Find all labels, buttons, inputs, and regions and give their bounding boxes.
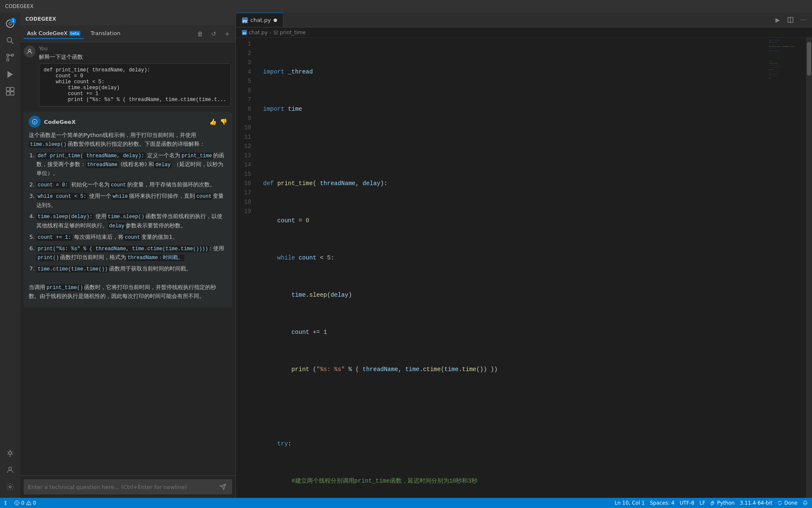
activity-account[interactable] [3, 462, 18, 478]
split-editor-button[interactable] [785, 14, 796, 25]
branch-icon [4, 500, 9, 505]
app-title: CODEGEEX [5, 3, 33, 9]
inline-code: while [111, 193, 129, 200]
activity-source-control[interactable] [3, 50, 18, 65]
line-ending-label: LF [700, 500, 705, 506]
editor-tabs: py chat.py ▶ ··· [236, 13, 812, 27]
ai-intro: 这个函数是一个简单的Python线程示例，用于打印当前时间，并使用time.sl… [29, 131, 227, 149]
sidebar-header: CODEGEEX [20, 13, 236, 25]
tab-translation[interactable]: Translation [87, 28, 124, 39]
chat-input[interactable] [28, 484, 218, 490]
python-icon [710, 500, 716, 505]
refresh-button[interactable]: ↺ [208, 29, 219, 39]
code-line-3 [257, 142, 768, 151]
tab-ask-label: Ask CodeGeeX [27, 30, 68, 36]
thumbs-up-button[interactable]: 👍 [209, 118, 217, 125]
svg-line-20 [11, 454, 13, 455]
activity-bar: G 1 [0, 13, 20, 498]
tab-ask-beta: beta [69, 31, 80, 36]
breadcrumb-file: chat.py [249, 30, 268, 36]
code-editor: 12345 678910 1112131415 16171819 import … [236, 38, 812, 498]
tab-ask-codegeeex[interactable]: Ask CodeGeeX beta [24, 28, 84, 39]
editor-tab-chat-py[interactable]: py chat.py [236, 13, 283, 27]
tab-filename: chat.py [250, 17, 271, 23]
inline-code: delay [108, 223, 126, 229]
line-numbers: 12345 678910 1112131415 16171819 [236, 38, 257, 498]
spaces: Spaces: 4 [650, 500, 675, 506]
svg-marker-9 [8, 71, 13, 78]
svg-rect-11 [11, 87, 14, 91]
activity-settings[interactable] [3, 479, 18, 494]
activity-run[interactable] [3, 67, 18, 82]
line-ending[interactable]: LF [700, 500, 705, 506]
ln-col: Ln 10, Col 1 [614, 500, 645, 506]
code-line-12: #建立两个线程分别调用print_time函数，延迟时间分别为10秒和3秒 [257, 476, 768, 486]
send-button[interactable] [218, 482, 228, 492]
thumbs-down-button[interactable]: 👎 [220, 118, 227, 125]
done-label: Done [784, 500, 798, 506]
sync-icon [777, 500, 782, 505]
svg-line-19 [7, 454, 8, 455]
version-label: 3.11.4 64-bit [740, 500, 772, 506]
input-area [20, 475, 236, 498]
notification-button[interactable] [803, 500, 808, 505]
svg-rect-12 [6, 92, 10, 95]
add-button[interactable]: + [222, 29, 232, 39]
inline-code: count [195, 193, 213, 200]
ai-explanation-list: def print_time( threadName, delay): 定义一个… [29, 151, 227, 274]
ai-content: 这个函数是一个简单的Python线程示例，用于打印当前时间，并使用time.sl… [29, 131, 227, 301]
python-version[interactable]: 3.11.4 64-bit [740, 500, 772, 506]
activity-extensions[interactable] [3, 84, 18, 99]
svg-point-36 [5, 504, 6, 505]
more-actions-button[interactable]: ··· [798, 14, 809, 25]
breadcrumb-symbol: print_time [280, 30, 306, 36]
code-content: import _thread import time def print_tim… [257, 38, 768, 498]
delete-button[interactable]: 🗑 [195, 29, 205, 39]
chat-area: You 解释一下这个函数 def print_time( threadName,… [20, 42, 236, 475]
user-label: You [39, 46, 231, 52]
code-line-7: time.sleep(delay) [257, 290, 768, 300]
avatar [24, 46, 36, 57]
source-control-status[interactable] [4, 500, 9, 505]
language-mode[interactable]: Python [710, 500, 735, 506]
scrollbar-thumb[interactable] [807, 42, 811, 76]
svg-point-23 [9, 467, 12, 470]
user-message-content: You 解释一下这个函数 def print_time( threadName,… [39, 46, 231, 107]
svg-point-43 [28, 504, 29, 504]
inline-code: time.ctime(time.time()) [36, 266, 109, 273]
activity-search[interactable] [3, 33, 18, 48]
inline-code: print_time() [45, 284, 84, 291]
svg-line-17 [7, 452, 8, 453]
sync-status[interactable]: Done [777, 500, 798, 506]
list-item: time.ctime(time.time())函数用于获取当前时间的时间戳。 [36, 265, 227, 273]
code-line-5: count = 0 [257, 216, 768, 225]
encoding-label: UTF-8 [680, 500, 694, 506]
code-line-6: while count < 5: [257, 253, 768, 262]
run-file-button[interactable]: ▶ [772, 14, 783, 25]
bell-icon [803, 500, 808, 505]
inline-code: delay [154, 161, 172, 168]
cursor-position[interactable]: Ln 10, Col 1 [614, 500, 645, 506]
svg-line-3 [11, 41, 13, 44]
inline-code: threadName：时间戳。 [126, 254, 184, 261]
inline-code: while count < 5: [36, 193, 88, 200]
errors-status[interactable]: 0 0 [14, 500, 36, 506]
indentation[interactable]: Spaces: 4 [650, 500, 675, 506]
svg-point-22 [10, 456, 11, 457]
error-icon [14, 500, 19, 505]
code-line-2: import time [257, 104, 768, 114]
inline-code: threadName [86, 161, 119, 168]
inline-code-1: time.sleep() [29, 141, 68, 148]
code-line-11: try: [257, 439, 768, 448]
editor-area: py chat.py ▶ ··· py [236, 13, 812, 498]
activity-codegeeex[interactable]: G 1 [3, 16, 18, 31]
list-item: def print_time( threadName, delay): 定义一个… [36, 151, 227, 178]
editor-scrollbar[interactable] [806, 38, 812, 498]
activity-debug[interactable] [3, 445, 18, 461]
status-bar: 0 0 Ln 10, Col 1 Spaces: 4 UTF-8 LF Pyth… [0, 498, 812, 508]
svg-text:py: py [243, 19, 248, 23]
encoding[interactable]: UTF-8 [680, 500, 694, 506]
inline-code: def print_time( threadName, delay): [36, 153, 145, 159]
code-line-4: def print_time( threadName, delay): [257, 179, 768, 188]
svg-point-4 [7, 59, 9, 61]
